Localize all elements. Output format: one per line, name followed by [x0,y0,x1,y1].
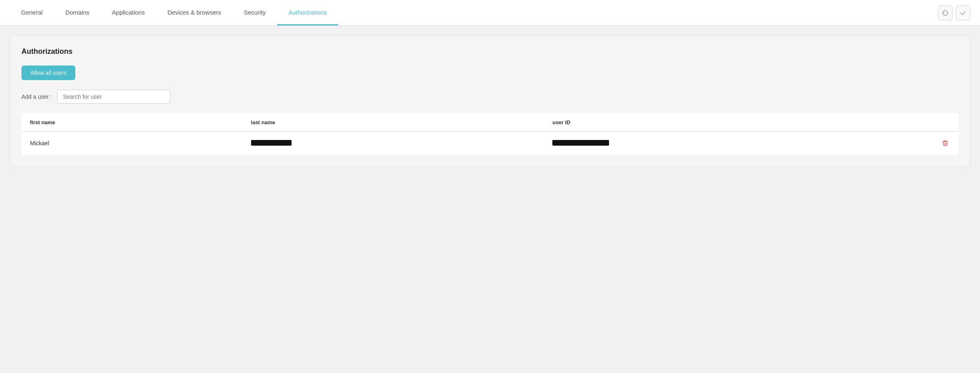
nav-tab-authorizations[interactable]: Authorizations [277,0,338,25]
cell-action [932,131,959,155]
nav-tab-applications[interactable]: Applications [101,0,156,25]
reset-button[interactable] [938,6,952,20]
user-id-redacted [552,140,609,146]
authorizations-card: Authorizations Allow all users Add a use… [10,36,970,167]
cell-last-name [243,131,545,155]
nav-tab-general[interactable]: General [10,0,54,25]
table-header-user_id: user ID [544,114,932,132]
table-header: first namelast nameuser ID [22,114,959,132]
add-user-row: Add a user : [21,90,959,104]
cell-user-id [544,131,932,155]
cell-first-name: Mickael [22,131,243,155]
save-button[interactable] [956,6,970,20]
card-title: Authorizations [21,47,959,56]
users-table: first namelast nameuser ID Mickael [21,113,959,155]
last-name-redacted [251,140,292,146]
nav-tab-domains[interactable]: Domains [54,0,100,25]
table-body: Mickael [22,131,959,155]
table-header-action [932,114,959,132]
table-row: Mickael [22,131,959,155]
top-nav: GeneralDomainsApplicationsDevices & brow… [0,0,980,26]
delete-user-button[interactable] [940,138,950,148]
table-header-last_name: last name [243,114,545,132]
page-container: GeneralDomainsApplicationsDevices & brow… [0,0,980,373]
add-user-label: Add a user : [21,93,52,100]
main-content: Authorizations Allow all users Add a use… [0,26,980,176]
nav-tab-devices-browsers[interactable]: Devices & browsers [156,0,232,25]
nav-actions [938,6,970,20]
table-header-row: first namelast nameuser ID [22,114,959,132]
allow-all-users-button[interactable]: Allow all users [21,66,75,80]
table-header-first_name: first name [22,114,243,132]
nav-tabs: GeneralDomainsApplicationsDevices & brow… [10,0,938,25]
nav-tab-security[interactable]: Security [232,0,277,25]
search-user-input[interactable] [57,90,170,104]
